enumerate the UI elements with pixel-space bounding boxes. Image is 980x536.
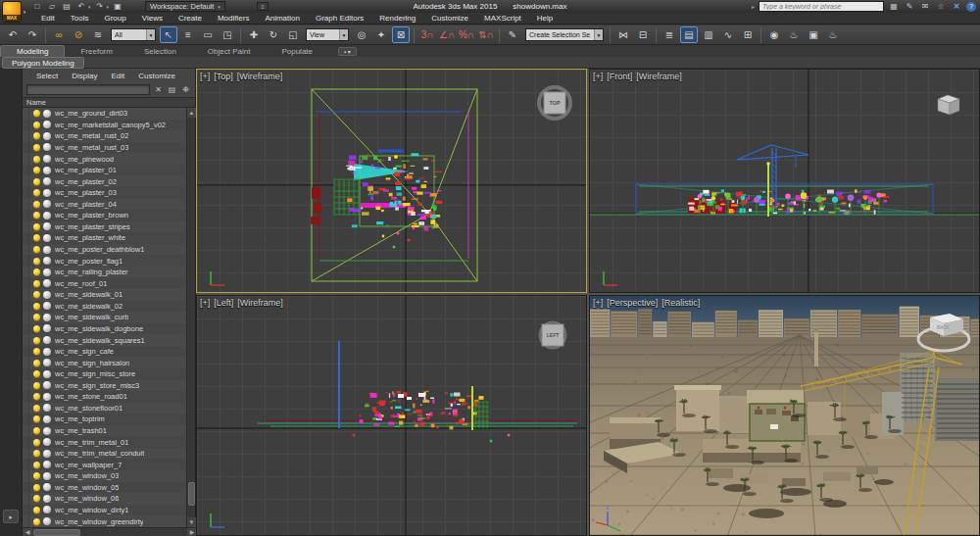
- horizontal-scroll-thumb[interactable]: [33, 529, 80, 536]
- list-item[interactable]: wc_me_window_06: [23, 493, 188, 505]
- list-item[interactable]: wc_me_roof_01: [23, 277, 188, 289]
- scene-explorer-icon[interactable]: ▤: [680, 26, 698, 43]
- open-file-icon[interactable]: ▱: [46, 1, 58, 12]
- application-menu-button[interactable]: ▾: [2, 1, 27, 23]
- viewcube-face-label[interactable]: BACK: [937, 325, 949, 330]
- viewcube[interactable]: LEFT: [540, 322, 565, 348]
- redo-icon[interactable]: ↷: [94, 1, 106, 12]
- lightbulb-icon[interactable]: [33, 178, 40, 185]
- lightbulb-icon[interactable]: [33, 325, 40, 332]
- render-production-icon[interactable]: ♨: [824, 26, 842, 43]
- list-item[interactable]: wc_me_marketstall_canopy5_v02: [23, 120, 188, 131]
- list-item[interactable]: wc_me_sidewalk_dogbone: [23, 323, 188, 335]
- menu-modifiers[interactable]: Modifiers: [210, 13, 257, 24]
- lightbulb-icon[interactable]: [33, 518, 40, 525]
- lightbulb-icon[interactable]: [33, 393, 40, 400]
- list-item[interactable]: wc_me_sidewalk_02: [23, 301, 188, 313]
- lightbulb-icon[interactable]: [33, 314, 40, 320]
- list-item[interactable]: wc_me_trash01: [23, 425, 188, 437]
- lightbulb-icon[interactable]: [33, 415, 40, 422]
- list-item[interactable]: wc_me_plaster_stripes: [23, 221, 188, 233]
- list-item[interactable]: wc_me_stone_road01: [23, 391, 188, 403]
- viewcube[interactable]: [938, 95, 959, 115]
- scroll-left-icon[interactable]: ◀: [23, 528, 32, 536]
- list-item[interactable]: wc_me_sidewalk_01: [23, 289, 188, 301]
- list-item[interactable]: wc_me_sign_hairsalon: [23, 357, 188, 368]
- favorites-icon[interactable]: ☆: [935, 1, 947, 12]
- unlink-selection-icon[interactable]: ⊘: [70, 26, 87, 43]
- viewport-shading-menu[interactable]: [Wireframe]: [636, 72, 682, 81]
- menu-maxscript[interactable]: MAXScript: [476, 13, 529, 24]
- viewport-view-menu[interactable]: [Perspective]: [607, 298, 658, 308]
- lightbulb-icon[interactable]: [33, 167, 40, 173]
- viewport-top[interactable]: [+] [Top] [Wireframe]: [196, 69, 587, 293]
- viewport-shading-menu[interactable]: [Wireframe]: [237, 298, 283, 308]
- use-pivot-center-icon[interactable]: ◎: [353, 26, 370, 43]
- layer-manager-icon[interactable]: ≣: [661, 26, 678, 43]
- viewport-menu-plus[interactable]: [+]: [200, 298, 210, 308]
- viewport-front[interactable]: [+] [Front] [Wireframe]: [589, 69, 980, 293]
- bind-to-space-warp-icon[interactable]: ≋: [89, 26, 107, 43]
- select-object-icon[interactable]: ↖: [160, 26, 177, 43]
- list-item[interactable]: wc_me_window_dirty1: [23, 505, 188, 516]
- select-and-manipulate-icon[interactable]: ✦: [372, 26, 390, 43]
- explorer-menu-edit[interactable]: Edit: [105, 72, 130, 80]
- sign-in-icon[interactable]: ✎: [904, 1, 915, 12]
- viewport-perspective[interactable]: [+] [Perspective] [Realistic]: [589, 295, 980, 536]
- lightbulb-icon[interactable]: [33, 303, 40, 310]
- lightbulb-icon[interactable]: [33, 144, 40, 151]
- help-icon[interactable]: ?: [966, 2, 976, 12]
- mirror-icon[interactable]: ⋈: [614, 26, 632, 43]
- snap-3d-icon[interactable]: 3∩: [418, 26, 436, 43]
- explorer-menu-customize[interactable]: Customize: [132, 72, 181, 80]
- percent-snap-icon[interactable]: %∩: [458, 26, 475, 43]
- polygon-modeling-panel-button[interactable]: Polygon Modeling: [2, 57, 84, 69]
- menu-help[interactable]: Help: [529, 13, 561, 24]
- lightbulb-icon[interactable]: [33, 280, 40, 287]
- list-item[interactable]: wc_me_trim_metal_01: [23, 436, 188, 448]
- select-and-scale-icon[interactable]: ◱: [284, 26, 302, 43]
- lightbulb-icon[interactable]: [33, 472, 40, 479]
- lightbulb-icon[interactable]: [33, 450, 40, 457]
- list-item[interactable]: wc_me_metal_rust_03: [23, 142, 188, 154]
- list-item[interactable]: wc_me_stonefloor01: [23, 403, 188, 414]
- select-by-name-icon[interactable]: ≡: [179, 26, 197, 43]
- tab-modeling[interactable]: Modeling: [0, 45, 65, 57]
- menu-edit[interactable]: Edit: [33, 13, 63, 24]
- curve-editor-icon[interactable]: ∿: [719, 26, 737, 43]
- lightbulb-icon[interactable]: [33, 234, 40, 241]
- menu-customize[interactable]: Customize: [423, 13, 476, 24]
- lightbulb-icon[interactable]: [33, 348, 40, 355]
- viewcube-face-label[interactable]: LEFT: [547, 332, 560, 338]
- lightbulb-icon[interactable]: [33, 246, 40, 253]
- vertical-scroll-thumb[interactable]: [188, 482, 195, 506]
- list-item[interactable]: wc_me_window_05: [23, 482, 188, 494]
- infocenter-expander-icon[interactable]: ▸: [752, 3, 755, 10]
- viewcube-face-label[interactable]: TOP: [549, 100, 561, 106]
- chevron-down-icon[interactable]: ▾: [88, 4, 91, 10]
- workspace-dropdown[interactable]: Workspace: Default ▾: [145, 1, 225, 12]
- viewport-menu-plus[interactable]: [+]: [593, 298, 603, 308]
- menu-tools[interactable]: Tools: [63, 13, 97, 24]
- configure-columns-icon[interactable]: ▤: [167, 85, 177, 94]
- window-crossing-icon[interactable]: ◳: [219, 26, 236, 43]
- menu-graph-editors[interactable]: Graph Editors: [308, 13, 371, 24]
- undo-icon[interactable]: ↶: [75, 1, 87, 12]
- lightbulb-icon[interactable]: [33, 337, 40, 344]
- lightbulb-icon[interactable]: [33, 223, 40, 230]
- lightbulb-icon[interactable]: [33, 258, 40, 265]
- ribbon-toggle-icon[interactable]: ▥: [700, 26, 717, 43]
- list-item[interactable]: wc_me_plaster_03: [23, 187, 188, 199]
- menu-animation[interactable]: Animation: [257, 13, 308, 24]
- lightbulb-icon[interactable]: [33, 484, 40, 491]
- list-item[interactable]: wc_me_plaster_01: [23, 165, 188, 176]
- lightbulb-icon[interactable]: [33, 201, 40, 208]
- menu-create[interactable]: Create: [171, 13, 210, 24]
- exchange-apps-icon[interactable]: ✕: [951, 1, 962, 12]
- list-item[interactable]: wc_me_metal_rust_02: [23, 130, 188, 142]
- list-item[interactable]: wc_me_plaster_04: [23, 199, 188, 211]
- list-item[interactable]: wc_me_poster_flag1: [23, 255, 188, 267]
- save-file-icon[interactable]: ▤: [61, 1, 73, 12]
- chevron-down-icon[interactable]: ▼: [339, 29, 348, 40]
- lightbulb-icon[interactable]: [33, 360, 40, 366]
